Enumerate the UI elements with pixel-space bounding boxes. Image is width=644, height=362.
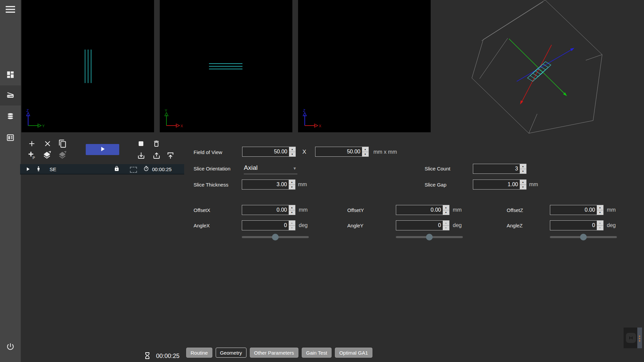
spin-up-icon[interactable] [362,147,368,152]
anglez-slider[interactable] [550,234,617,240]
add-button[interactable] [27,139,36,149]
spin-down-icon[interactable] [289,210,295,215]
anglez-value[interactable] [550,221,597,230]
anglex-input[interactable] [242,220,295,230]
spin-up-icon[interactable] [289,205,295,210]
drag-handle[interactable] [637,328,642,348]
sequence-play-icon[interactable] [25,166,31,173]
slice-count-value[interactable] [473,164,520,173]
spin-up-icon[interactable] [520,164,526,169]
viewport-axial[interactable]: Z X [298,0,431,132]
spin-down-icon[interactable] [597,210,603,215]
slider-thumb[interactable] [272,234,279,240]
spin-up-icon[interactable] [597,221,603,226]
export-stack-button[interactable] [43,151,51,161]
anglex-value[interactable] [242,221,289,230]
angley-spinner[interactable] [443,221,449,230]
offsety-input[interactable] [396,205,449,215]
svg-text:Z: Z [26,109,29,113]
angley-value[interactable] [396,221,443,230]
fov-y-spinner[interactable] [362,147,368,156]
slice-count-input[interactable] [473,164,526,174]
spin-up-icon[interactable] [289,180,295,185]
sidebar-item-scanner[interactable] [0,88,21,103]
slider-thumb[interactable] [580,234,587,240]
spin-down-icon[interactable] [289,226,295,230]
add-protocol-button[interactable]: P [27,151,36,161]
offsetx-spinner[interactable] [289,205,295,215]
menu-button[interactable] [0,3,21,17]
sidebar-item-dashboard[interactable] [0,68,21,83]
corner-logo[interactable] [626,333,636,343]
spin-down-icon[interactable] [289,185,295,190]
svg-text:X: X [181,124,183,128]
spin-up-icon[interactable] [443,221,449,226]
slice-count-spinner[interactable] [520,164,526,173]
spin-down-icon[interactable] [289,152,295,157]
tab-routine[interactable]: Routine [186,348,212,358]
fov-x-input[interactable] [242,147,296,157]
spin-up-icon[interactable] [289,147,295,152]
fov-y-value[interactable] [315,147,362,156]
delete-button[interactable] [152,140,160,149]
offsetx-value[interactable] [242,205,289,215]
slice-thickness-spinner[interactable] [289,180,295,189]
slice-line [85,50,85,83]
lock-icon[interactable] [114,166,120,173]
publish-button[interactable] [166,151,175,161]
slice-gap-value[interactable] [473,180,520,189]
spin-up-icon[interactable] [443,205,449,210]
dashboard-icon [6,70,15,80]
slider-thumb[interactable] [426,234,433,240]
viewport-coronal[interactable]: Z Y [21,0,154,132]
run-button[interactable] [86,144,119,155]
anglez-input[interactable] [550,220,603,230]
offsetz-spinner[interactable] [597,205,603,215]
viewport-3d[interactable] [430,0,644,137]
sequence-row[interactable]: SE 00:00:25 [20,164,184,174]
stop-button[interactable] [137,140,145,149]
spin-up-icon[interactable] [597,205,603,210]
upload-button[interactable] [152,151,161,161]
viewport-sagittal[interactable]: Y X [160,0,292,132]
fov-x-value[interactable] [242,147,289,156]
download-button[interactable] [137,151,145,161]
offsetz-input[interactable] [550,205,603,215]
offsetx-input[interactable] [242,205,295,215]
spin-down-icon[interactable] [520,185,526,190]
spin-down-icon[interactable] [443,210,449,215]
fov-x-spinner[interactable] [289,147,295,156]
tab-optimal-ga1[interactable]: Optimal GA1 [335,348,372,358]
slice-thickness-input[interactable] [242,179,295,190]
copy-button[interactable] [58,139,67,149]
tab-other-parameters[interactable]: Other Parameters [250,348,298,358]
spin-up-icon[interactable] [289,221,295,226]
anglex-slider[interactable] [242,234,309,240]
selection-box-icon[interactable] [130,167,137,173]
offsety-value[interactable] [396,205,443,215]
angley-slider[interactable] [396,234,463,240]
offsety-spinner[interactable] [443,205,449,215]
spin-down-icon[interactable] [597,226,603,230]
tab-geometry[interactable]: Geometry [216,348,246,358]
sidebar-item-database[interactable] [0,110,21,125]
anglex-spinner[interactable] [289,221,295,230]
spin-down-icon[interactable] [520,169,526,174]
spin-down-icon[interactable] [362,152,368,157]
sidebar-item-protocols[interactable] [0,131,21,146]
slice-thickness-value[interactable] [242,180,289,189]
power-button[interactable] [0,340,21,355]
slice-orientation-select[interactable]: Axial [244,164,297,174]
fov-y-input[interactable] [315,147,369,157]
angley-input[interactable] [396,220,449,230]
hamburger-icon [6,6,15,14]
slice-gap-input[interactable] [473,179,526,190]
slice-gap-spinner[interactable] [520,180,526,189]
remove-button[interactable] [43,139,52,149]
anglez-spinner[interactable] [597,221,603,230]
spin-up-icon[interactable] [520,180,526,185]
tab-gain-test[interactable]: Gain Test [302,348,332,358]
spin-down-icon[interactable] [443,226,449,230]
corner-widget[interactable] [624,328,642,348]
offsetz-value[interactable] [550,205,597,215]
